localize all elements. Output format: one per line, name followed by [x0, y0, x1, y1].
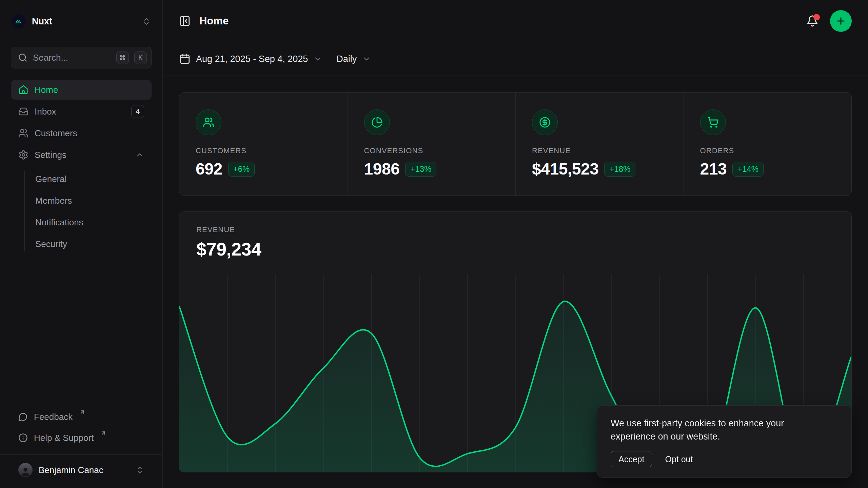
avatar [18, 463, 33, 477]
period-value: Daily [336, 54, 357, 64]
sidebar: Nuxt Search... ⌘ K Home [0, 0, 163, 488]
stat-delta-badge: +18% [604, 162, 635, 177]
filters-toolbar: Aug 21, 2025 - Sep 4, 2025 Daily [163, 42, 868, 76]
sidebar-user-section: Benjamin Canac [0, 454, 162, 488]
workspace-switcher[interactable]: Nuxt [11, 13, 152, 30]
stat-label: REVENUE [532, 146, 684, 155]
inbox-icon [18, 106, 28, 117]
stat-label: CONVERSIONS [364, 146, 516, 155]
sidebar-item-settings[interactable]: Settings [11, 145, 152, 165]
chevron-down-icon [313, 55, 322, 63]
search-icon [18, 53, 27, 62]
cookie-message: We use first-party cookies to enhance yo… [611, 417, 821, 443]
kbd-meta: ⌘ [116, 52, 129, 64]
stat-value: 1986 [364, 160, 400, 178]
help-support-link[interactable]: Help & Support [11, 429, 152, 448]
collapse-sidebar-icon[interactable] [179, 15, 191, 27]
add-button[interactable] [830, 10, 852, 32]
search-input[interactable]: Search... ⌘ K [11, 47, 152, 68]
chevron-up-icon [135, 150, 144, 159]
chevrons-up-down-icon [135, 466, 144, 474]
external-link-icon [100, 430, 106, 436]
user-name: Benjamin Canac [39, 465, 129, 475]
opt-out-button[interactable]: Opt out [665, 454, 693, 464]
sidebar-item-label: Home [35, 85, 144, 95]
stat-value: 692 [196, 160, 222, 178]
kbd-k: K [134, 52, 147, 64]
sidebar-item-general[interactable]: General [11, 168, 152, 190]
chevrons-up-down-icon [142, 17, 151, 26]
user-menu[interactable]: Benjamin Canac [11, 459, 152, 481]
revenue-chart-label: REVENUE [196, 225, 851, 234]
dollar-circle-icon [532, 109, 558, 135]
stat-label: CUSTOMERS [196, 146, 348, 155]
stat-delta-badge: +13% [405, 162, 436, 177]
sidebar-nav: Home Inbox 4 Customers Settings [11, 80, 152, 255]
date-range-value: Aug 21, 2025 - Sep 4, 2025 [196, 54, 308, 64]
accept-button[interactable]: Accept [611, 451, 652, 467]
stat-delta-badge: +6% [228, 162, 255, 177]
stat-revenue[interactable]: REVENUE $415,523 +18% [515, 93, 684, 196]
stat-delta-badge: +14% [732, 162, 764, 177]
sidebar-item-label: Customers [35, 128, 144, 139]
sidebar-footer: Feedback Help & Support [11, 408, 152, 454]
users-icon [196, 109, 221, 135]
inbox-count-badge: 4 [131, 105, 144, 118]
stats-row: CUSTOMERS 692 +6% CONVERSIONS 1986 +13% [179, 92, 852, 196]
stat-value: $415,523 [532, 160, 598, 178]
sidebar-item-inbox[interactable]: Inbox 4 [11, 102, 152, 121]
period-select[interactable]: Daily [336, 54, 371, 64]
gear-icon [18, 150, 28, 160]
notification-dot [813, 14, 820, 20]
help-support-label: Help & Support [34, 433, 94, 443]
plus-icon [835, 16, 846, 26]
feedback-label: Feedback [34, 412, 73, 422]
users-icon [18, 128, 28, 138]
cookie-actions: Accept Opt out [611, 451, 838, 467]
page-title: Home [199, 15, 229, 27]
stat-customers[interactable]: CUSTOMERS 692 +6% [179, 93, 348, 196]
stat-conversions[interactable]: CONVERSIONS 1986 +13% [348, 93, 516, 196]
notifications-button[interactable] [806, 15, 818, 27]
sidebar-item-members[interactable]: Members [11, 190, 152, 211]
nuxt-logo-icon [12, 14, 26, 28]
workspace-name: Nuxt [32, 16, 136, 27]
revenue-chart-header: REVENUE $79,234 [179, 212, 851, 260]
chevron-down-icon [362, 55, 371, 63]
date-range-picker[interactable]: Aug 21, 2025 - Sep 4, 2025 [179, 53, 322, 65]
search-placeholder: Search... [33, 53, 111, 63]
page-header: Home [163, 0, 868, 42]
shopping-cart-icon [700, 109, 726, 135]
revenue-chart-total: $79,234 [196, 239, 851, 260]
sidebar-item-notifications[interactable]: Notifications [11, 211, 152, 233]
info-circle-icon [18, 433, 28, 443]
header-actions [806, 10, 852, 32]
pie-chart-icon [364, 109, 390, 135]
sidebar-item-label: Inbox [35, 106, 125, 117]
sidebar-item-customers[interactable]: Customers [11, 123, 152, 143]
sidebar-item-security[interactable]: Security [11, 233, 152, 255]
sidebar-item-home[interactable]: Home [11, 80, 152, 100]
message-circle-icon [18, 412, 28, 422]
calendar-icon [179, 53, 191, 65]
stat-label: ORDERS [700, 146, 852, 155]
stat-orders[interactable]: ORDERS 213 +14% [684, 93, 852, 196]
cookie-banner: We use first-party cookies to enhance yo… [597, 405, 852, 478]
home-icon [18, 85, 28, 95]
external-link-icon [79, 409, 85, 415]
stat-value: 213 [700, 160, 727, 178]
settings-children: General Members Notifications Security [11, 168, 152, 255]
feedback-link[interactable]: Feedback [11, 408, 152, 427]
sidebar-item-label: Settings [35, 150, 129, 160]
